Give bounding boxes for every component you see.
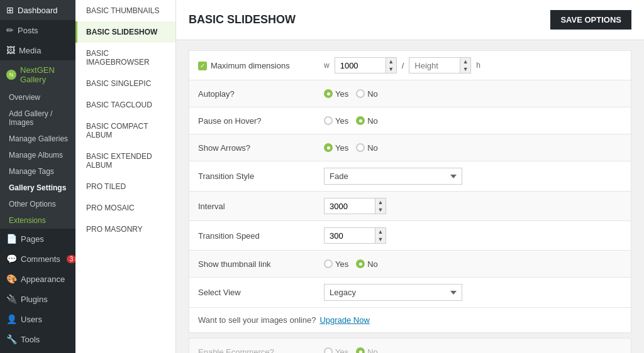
nav-item-basic-compact-album[interactable]: BASIC COMPACT ALBUM <box>75 116 175 146</box>
sidebar-item-plugins[interactable]: 🔌 Plugins <box>0 289 75 309</box>
setting-row-autoplay: Autoplay? Yes No <box>189 80 631 107</box>
sidebar-item-gallery-settings[interactable]: Gallery Settings <box>0 180 75 196</box>
nav-item-pro-masonry[interactable]: PRO MASONRY <box>75 219 175 240</box>
sidebar-item-dashboard[interactable]: ⊞ Dashboard <box>0 0 75 20</box>
setting-row-pause-on-hover: Pause on Hover? Yes No <box>189 107 631 134</box>
comments-badge: 3 <box>67 255 75 263</box>
pause-hover-yes[interactable]: Yes <box>324 116 348 126</box>
sidebar-item-manage-tags[interactable]: Manage Tags <box>0 163 75 180</box>
arrows-yes-radio[interactable] <box>324 143 333 152</box>
sidebar-item-extensions[interactable]: Extensions <box>0 212 75 229</box>
nav-item-pro-tiled[interactable]: PRO TILED <box>75 176 175 197</box>
setting-row-show-arrows: Show Arrows? Yes No <box>189 134 631 161</box>
max-dimensions-checkbox[interactable] <box>198 62 207 70</box>
autoplay-label: Autoplay? <box>198 89 324 99</box>
posts-icon: ✏ <box>6 25 14 35</box>
pause-hover-yes-radio[interactable] <box>324 116 333 125</box>
ecommerce-label: Enable Ecommerce? <box>198 347 324 354</box>
autoplay-yes[interactable]: Yes <box>324 89 348 99</box>
sidebar-item-nextgen[interactable]: N NextGEN Gallery <box>0 60 75 89</box>
sidebar-item-add-gallery[interactable]: Add Gallery / Images <box>0 106 75 131</box>
height-input[interactable] <box>409 58 460 73</box>
sidebar: ⊞ Dashboard ✏ Posts 🖼 Media N NextGEN Ga… <box>0 0 75 353</box>
autoplay-yes-radio[interactable] <box>324 89 333 98</box>
autoplay-no[interactable]: No <box>356 89 378 99</box>
nav-item-basic-extended-album[interactable]: BASIC EXTENDED ALBUM <box>75 146 175 176</box>
ecommerce-yes-radio[interactable] <box>324 347 333 353</box>
width-decrement[interactable]: ▼ <box>386 65 396 73</box>
thumbnail-link-no[interactable]: No <box>356 259 378 269</box>
sidebar-item-settings[interactable]: ⚙ Settings <box>0 349 75 353</box>
nav-item-basic-tagcloud[interactable]: BASIC TAGCLOUD <box>75 94 175 116</box>
height-increment[interactable]: ▲ <box>460 58 470 65</box>
transition-style-select[interactable]: Fade Slide Zoom <box>324 168 462 185</box>
interval-decrement[interactable]: ▼ <box>375 206 386 214</box>
upgrade-row: Want to sell your images online? Upgrade… <box>189 307 631 333</box>
transition-speed-input-wrapper: ▲ ▼ <box>324 227 386 244</box>
appearance-icon: 🎨 <box>6 274 17 284</box>
autoplay-no-radio[interactable] <box>356 89 365 98</box>
setting-row-max-dimensions: Maximum dimensions w ▲ ▼ / <box>189 50 631 80</box>
pause-hover-no-radio[interactable] <box>356 116 365 125</box>
height-decrement[interactable]: ▼ <box>460 65 470 73</box>
gallery-nav-panel: BASIC THUMBNAILS BASIC SLIDESHOW BASIC I… <box>75 0 176 353</box>
select-view-select[interactable]: Legacy Default <box>324 284 462 301</box>
content-header: BASIC SLIDESHOW SAVE OPTIONS <box>176 0 644 40</box>
pause-hover-control: Yes No <box>324 116 622 126</box>
ecommerce-yes[interactable]: Yes <box>324 347 348 354</box>
thumbnail-link-yes[interactable]: Yes <box>324 259 348 269</box>
sidebar-item-tools[interactable]: 🔧 Tools <box>0 329 75 349</box>
arrows-no[interactable]: No <box>356 143 378 153</box>
sidebar-item-users[interactable]: 👤 Users <box>0 309 75 329</box>
arrows-no-radio[interactable] <box>356 143 365 152</box>
nav-item-basic-singlepic[interactable]: BASIC SINGLEPIC <box>75 73 175 94</box>
thumbnail-link-yes-radio[interactable] <box>324 259 333 268</box>
nextgen-label: NextGEN Gallery <box>20 65 69 84</box>
ecommerce-control: Yes No <box>324 347 622 354</box>
interval-increment[interactable]: ▲ <box>375 198 386 206</box>
width-input[interactable] <box>335 58 386 73</box>
ecommerce-no-radio[interactable] <box>356 347 365 353</box>
sidebar-item-label: Media <box>19 46 41 55</box>
ecommerce-no[interactable]: No <box>356 347 378 354</box>
transition-speed-control: ▲ ▼ <box>324 227 622 244</box>
transition-speed-input[interactable] <box>325 229 375 243</box>
interval-input[interactable] <box>325 199 375 214</box>
thumbnail-link-no-radio[interactable] <box>356 259 365 268</box>
arrows-yes[interactable]: Yes <box>324 143 348 153</box>
thumbnail-link-control: Yes No <box>324 259 622 269</box>
transition-speed-increment[interactable]: ▲ <box>375 228 386 236</box>
comments-icon: 💬 <box>6 254 17 264</box>
interval-spinners: ▲ ▼ <box>375 198 386 214</box>
sidebar-item-manage-galleries[interactable]: Manage Galleries <box>0 131 75 147</box>
page-title: BASIC SLIDESHOW <box>189 13 296 26</box>
sidebar-item-other-options[interactable]: Other Options <box>0 196 75 212</box>
save-options-button[interactable]: SAVE OPTIONS <box>550 10 631 30</box>
nav-item-pro-mosaic[interactable]: PRO MOSAIC <box>75 197 175 219</box>
select-view-control: Legacy Default <box>324 284 622 301</box>
nextgen-dot-icon: N <box>6 70 16 80</box>
setting-row-select-view: Select View Legacy Default <box>189 277 631 308</box>
dimensions-control: w ▲ ▼ / ▲ ▼ <box>324 57 622 73</box>
users-icon: 👤 <box>6 314 17 324</box>
transition-speed-decrement[interactable]: ▼ <box>375 236 386 243</box>
upgrade-now-link[interactable]: Upgrade Now <box>319 315 370 325</box>
pages-icon: 📄 <box>6 234 17 244</box>
pause-hover-no[interactable]: No <box>356 116 378 126</box>
sidebar-item-appearance[interactable]: 🎨 Appearance <box>0 269 75 289</box>
show-arrows-label: Show Arrows? <box>198 143 324 153</box>
sidebar-item-pages[interactable]: 📄 Pages <box>0 229 75 249</box>
height-input-wrapper: ▲ ▼ <box>409 57 471 73</box>
width-increment[interactable]: ▲ <box>386 58 396 65</box>
nav-item-basic-imagebrowser[interactable]: BASIC IMAGEBROWSER <box>75 43 175 73</box>
sidebar-item-overview[interactable]: Overview <box>0 89 75 106</box>
media-icon: 🖼 <box>6 45 15 55</box>
sidebar-item-posts[interactable]: ✏ Posts <box>0 20 75 40</box>
select-view-label: Select View <box>198 288 324 297</box>
sidebar-item-media[interactable]: 🖼 Media <box>0 40 75 60</box>
nav-item-basic-slideshow[interactable]: BASIC SLIDESHOW <box>75 21 175 43</box>
max-dimensions-label: Maximum dimensions <box>198 60 324 70</box>
nav-item-basic-thumbnails[interactable]: BASIC THUMBNAILS <box>75 0 175 21</box>
sidebar-item-comments[interactable]: 💬 Comments 3 <box>0 249 75 269</box>
sidebar-item-manage-albums[interactable]: Manage Albums <box>0 147 75 163</box>
